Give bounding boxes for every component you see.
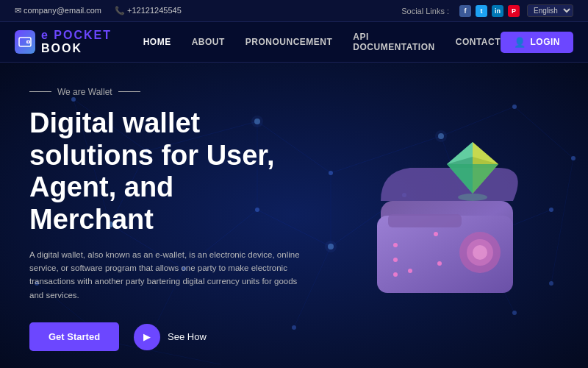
hero-title: Digital wallet solutions for User, Agent…: [29, 107, 301, 236]
twitter-icon[interactable]: t: [476, 5, 487, 17]
svg-point-68: [473, 245, 487, 260]
we-are-wallet-label: We are Wallet: [29, 87, 301, 97]
email-info: ✉ company@email.com: [15, 6, 101, 15]
svg-point-75: [458, 194, 487, 201]
svg-point-62: [393, 272, 398, 277]
svg-point-2: [28, 41, 29, 43]
title-line-right: [118, 91, 140, 92]
title-line-left: [29, 91, 51, 92]
svg-point-64: [408, 269, 412, 273]
login-button[interactable]: 👤 LOGIN: [501, 32, 573, 53]
hero-image: [306, 63, 588, 368]
topbar: ✉ company@email.com 📞 +12121245545 Socia…: [0, 0, 588, 22]
logo-text: e POCKET BOOK: [41, 29, 143, 55]
linkedin-icon[interactable]: in: [492, 5, 503, 17]
nav-home[interactable]: HOME: [143, 37, 171, 47]
svg-point-60: [393, 243, 398, 247]
social-label: Social Links :: [401, 7, 449, 15]
login-label: LOGIN: [531, 37, 561, 47]
social-icons-group: f t in P: [459, 5, 520, 17]
nav-pronouncement[interactable]: PRONOUNCEMENT: [245, 37, 333, 47]
logo[interactable]: e POCKET BOOK: [15, 29, 143, 55]
navbar: e POCKET BOOK HOME ABOUT PRONOUNCEMENT A…: [0, 22, 588, 63]
svg-point-65: [437, 261, 442, 266]
language-select[interactable]: English: [527, 4, 573, 17]
svg-rect-69: [388, 214, 462, 227]
logo-pocket: e POCKET: [41, 29, 112, 41]
we-are-wallet-text: We are Wallet: [57, 87, 112, 97]
hero-content: We are Wallet Digital wallet solutions f…: [0, 63, 323, 368]
hero-actions: Get Started ▶ See How: [29, 322, 301, 351]
nav-about[interactable]: ABOUT: [192, 37, 225, 47]
nav-api-docs[interactable]: API DOCUMENTATION: [353, 32, 434, 52]
see-how-group[interactable]: ▶ See How: [134, 324, 207, 350]
topbar-contact: ✉ company@email.com 📞 +12121245545: [15, 6, 182, 15]
see-how-text: See How: [168, 331, 207, 342]
logo-book: BOOK: [41, 42, 82, 54]
facebook-icon[interactable]: f: [459, 5, 471, 17]
nav-contact[interactable]: CONTACT: [456, 37, 501, 47]
logo-icon: [15, 30, 35, 54]
wallet-svg: [337, 105, 557, 326]
hero-description: A digital wallet, also known as an e-wal…: [29, 248, 301, 302]
login-icon: 👤: [514, 37, 526, 48]
topbar-social: Social Links : f t in P English: [401, 4, 573, 17]
hero-section: We are Wallet Digital wallet solutions f…: [0, 63, 588, 368]
pinterest-icon[interactable]: P: [508, 5, 520, 17]
phone-info: 📞 +12121245545: [115, 6, 182, 15]
get-started-button[interactable]: Get Started: [29, 322, 119, 351]
nav-links: HOME ABOUT PRONOUNCEMENT API DOCUMENTATI…: [143, 32, 501, 52]
svg-point-63: [434, 232, 438, 236]
play-button[interactable]: ▶: [134, 324, 160, 350]
svg-point-61: [393, 258, 398, 262]
